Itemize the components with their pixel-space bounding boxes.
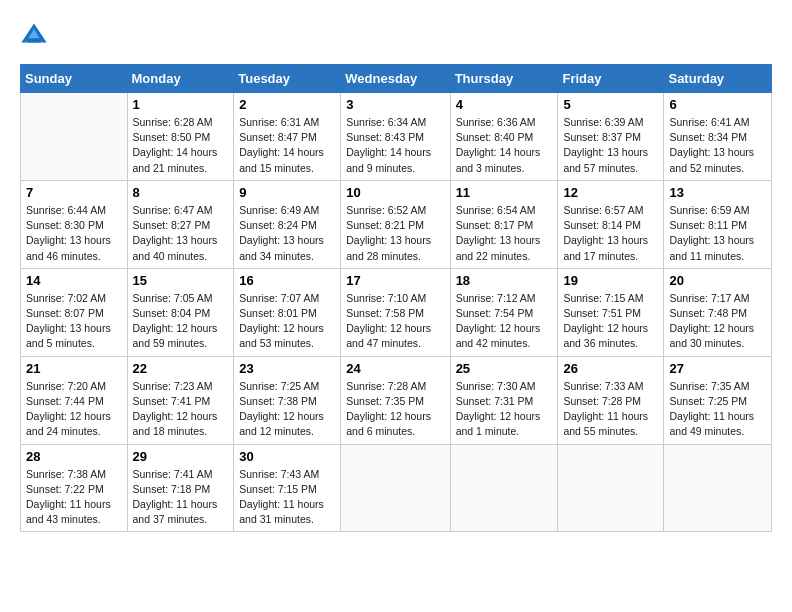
day-info: Sunrise: 7:41 AMSunset: 7:18 PMDaylight:…: [133, 467, 229, 528]
day-number: 3: [346, 97, 444, 112]
day-header-monday: Monday: [127, 65, 234, 93]
day-number: 9: [239, 185, 335, 200]
day-number: 24: [346, 361, 444, 376]
day-info: Sunrise: 6:47 AMSunset: 8:27 PMDaylight:…: [133, 203, 229, 264]
day-header-saturday: Saturday: [664, 65, 772, 93]
calendar-cell: 2Sunrise: 6:31 AMSunset: 8:47 PMDaylight…: [234, 93, 341, 181]
calendar-cell: 6Sunrise: 6:41 AMSunset: 8:34 PMDaylight…: [664, 93, 772, 181]
day-info: Sunrise: 6:52 AMSunset: 8:21 PMDaylight:…: [346, 203, 444, 264]
day-info: Sunrise: 6:54 AMSunset: 8:17 PMDaylight:…: [456, 203, 553, 264]
day-info: Sunrise: 7:33 AMSunset: 7:28 PMDaylight:…: [563, 379, 658, 440]
day-info: Sunrise: 6:39 AMSunset: 8:37 PMDaylight:…: [563, 115, 658, 176]
day-number: 17: [346, 273, 444, 288]
calendar-cell: 17Sunrise: 7:10 AMSunset: 7:58 PMDayligh…: [341, 268, 450, 356]
day-info: Sunrise: 7:17 AMSunset: 7:48 PMDaylight:…: [669, 291, 766, 352]
calendar-week-row: 1Sunrise: 6:28 AMSunset: 8:50 PMDaylight…: [21, 93, 772, 181]
day-info: Sunrise: 6:36 AMSunset: 8:40 PMDaylight:…: [456, 115, 553, 176]
day-number: 25: [456, 361, 553, 376]
day-info: Sunrise: 6:59 AMSunset: 8:11 PMDaylight:…: [669, 203, 766, 264]
day-number: 16: [239, 273, 335, 288]
day-number: 30: [239, 449, 335, 464]
calendar-cell: 15Sunrise: 7:05 AMSunset: 8:04 PMDayligh…: [127, 268, 234, 356]
page-header: [20, 20, 772, 48]
calendar-cell: 30Sunrise: 7:43 AMSunset: 7:15 PMDayligh…: [234, 444, 341, 532]
logo: [20, 20, 50, 48]
day-info: Sunrise: 7:23 AMSunset: 7:41 PMDaylight:…: [133, 379, 229, 440]
day-info: Sunrise: 7:02 AMSunset: 8:07 PMDaylight:…: [26, 291, 122, 352]
day-number: 19: [563, 273, 658, 288]
day-info: Sunrise: 7:30 AMSunset: 7:31 PMDaylight:…: [456, 379, 553, 440]
calendar-cell: 25Sunrise: 7:30 AMSunset: 7:31 PMDayligh…: [450, 356, 558, 444]
day-info: Sunrise: 7:35 AMSunset: 7:25 PMDaylight:…: [669, 379, 766, 440]
day-number: 11: [456, 185, 553, 200]
calendar-cell: 7Sunrise: 6:44 AMSunset: 8:30 PMDaylight…: [21, 180, 128, 268]
calendar-cell: 23Sunrise: 7:25 AMSunset: 7:38 PMDayligh…: [234, 356, 341, 444]
day-info: Sunrise: 7:20 AMSunset: 7:44 PMDaylight:…: [26, 379, 122, 440]
calendar-cell: 1Sunrise: 6:28 AMSunset: 8:50 PMDaylight…: [127, 93, 234, 181]
day-info: Sunrise: 7:12 AMSunset: 7:54 PMDaylight:…: [456, 291, 553, 352]
day-number: 15: [133, 273, 229, 288]
calendar-cell: 11Sunrise: 6:54 AMSunset: 8:17 PMDayligh…: [450, 180, 558, 268]
day-number: 28: [26, 449, 122, 464]
day-info: Sunrise: 7:28 AMSunset: 7:35 PMDaylight:…: [346, 379, 444, 440]
calendar-cell: [664, 444, 772, 532]
calendar-cell: 16Sunrise: 7:07 AMSunset: 8:01 PMDayligh…: [234, 268, 341, 356]
day-number: 22: [133, 361, 229, 376]
calendar-week-row: 7Sunrise: 6:44 AMSunset: 8:30 PMDaylight…: [21, 180, 772, 268]
day-number: 23: [239, 361, 335, 376]
day-info: Sunrise: 6:31 AMSunset: 8:47 PMDaylight:…: [239, 115, 335, 176]
day-number: 2: [239, 97, 335, 112]
day-number: 7: [26, 185, 122, 200]
day-number: 21: [26, 361, 122, 376]
logo-icon: [20, 20, 48, 48]
calendar-cell: 24Sunrise: 7:28 AMSunset: 7:35 PMDayligh…: [341, 356, 450, 444]
day-number: 18: [456, 273, 553, 288]
day-header-sunday: Sunday: [21, 65, 128, 93]
day-number: 14: [26, 273, 122, 288]
calendar-cell: [558, 444, 664, 532]
calendar-cell: [341, 444, 450, 532]
day-info: Sunrise: 6:49 AMSunset: 8:24 PMDaylight:…: [239, 203, 335, 264]
day-number: 5: [563, 97, 658, 112]
day-info: Sunrise: 7:25 AMSunset: 7:38 PMDaylight:…: [239, 379, 335, 440]
calendar-cell: 13Sunrise: 6:59 AMSunset: 8:11 PMDayligh…: [664, 180, 772, 268]
calendar-cell: 27Sunrise: 7:35 AMSunset: 7:25 PMDayligh…: [664, 356, 772, 444]
calendar-cell: 19Sunrise: 7:15 AMSunset: 7:51 PMDayligh…: [558, 268, 664, 356]
calendar-cell: 18Sunrise: 7:12 AMSunset: 7:54 PMDayligh…: [450, 268, 558, 356]
day-info: Sunrise: 7:10 AMSunset: 7:58 PMDaylight:…: [346, 291, 444, 352]
calendar-week-row: 21Sunrise: 7:20 AMSunset: 7:44 PMDayligh…: [21, 356, 772, 444]
day-header-wednesday: Wednesday: [341, 65, 450, 93]
day-number: 26: [563, 361, 658, 376]
calendar-cell: 12Sunrise: 6:57 AMSunset: 8:14 PMDayligh…: [558, 180, 664, 268]
calendar-week-row: 14Sunrise: 7:02 AMSunset: 8:07 PMDayligh…: [21, 268, 772, 356]
day-info: Sunrise: 7:38 AMSunset: 7:22 PMDaylight:…: [26, 467, 122, 528]
calendar-cell: 21Sunrise: 7:20 AMSunset: 7:44 PMDayligh…: [21, 356, 128, 444]
calendar-table: SundayMondayTuesdayWednesdayThursdayFrid…: [20, 64, 772, 532]
calendar-cell: 10Sunrise: 6:52 AMSunset: 8:21 PMDayligh…: [341, 180, 450, 268]
day-number: 20: [669, 273, 766, 288]
calendar-cell: 3Sunrise: 6:34 AMSunset: 8:43 PMDaylight…: [341, 93, 450, 181]
day-number: 27: [669, 361, 766, 376]
day-info: Sunrise: 7:15 AMSunset: 7:51 PMDaylight:…: [563, 291, 658, 352]
calendar-cell: 20Sunrise: 7:17 AMSunset: 7:48 PMDayligh…: [664, 268, 772, 356]
day-number: 12: [563, 185, 658, 200]
day-number: 10: [346, 185, 444, 200]
day-header-thursday: Thursday: [450, 65, 558, 93]
day-info: Sunrise: 6:34 AMSunset: 8:43 PMDaylight:…: [346, 115, 444, 176]
calendar-cell: 28Sunrise: 7:38 AMSunset: 7:22 PMDayligh…: [21, 444, 128, 532]
day-number: 6: [669, 97, 766, 112]
day-info: Sunrise: 6:44 AMSunset: 8:30 PMDaylight:…: [26, 203, 122, 264]
day-info: Sunrise: 7:43 AMSunset: 7:15 PMDaylight:…: [239, 467, 335, 528]
calendar-header-row: SundayMondayTuesdayWednesdayThursdayFrid…: [21, 65, 772, 93]
calendar-cell: 29Sunrise: 7:41 AMSunset: 7:18 PMDayligh…: [127, 444, 234, 532]
day-number: 8: [133, 185, 229, 200]
calendar-cell: 22Sunrise: 7:23 AMSunset: 7:41 PMDayligh…: [127, 356, 234, 444]
day-info: Sunrise: 6:57 AMSunset: 8:14 PMDaylight:…: [563, 203, 658, 264]
calendar-cell: 8Sunrise: 6:47 AMSunset: 8:27 PMDaylight…: [127, 180, 234, 268]
day-info: Sunrise: 7:05 AMSunset: 8:04 PMDaylight:…: [133, 291, 229, 352]
calendar-cell: [21, 93, 128, 181]
day-info: Sunrise: 6:41 AMSunset: 8:34 PMDaylight:…: [669, 115, 766, 176]
day-header-tuesday: Tuesday: [234, 65, 341, 93]
svg-rect-2: [27, 38, 41, 42]
day-header-friday: Friday: [558, 65, 664, 93]
